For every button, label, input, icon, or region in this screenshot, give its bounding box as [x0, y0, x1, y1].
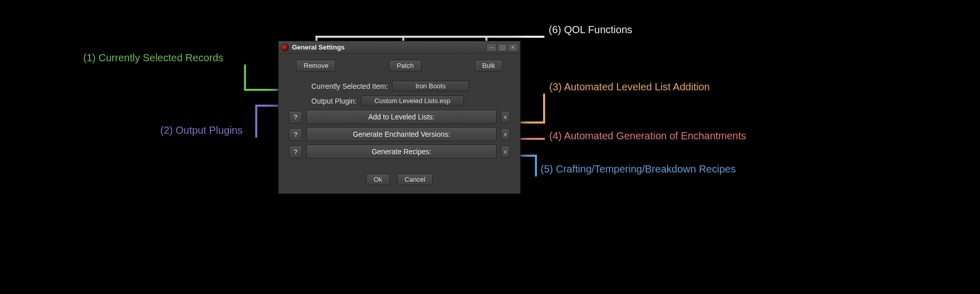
output-plugin-label: Output Plugin:	[311, 97, 357, 105]
help-button-enchanted[interactable]: ?	[289, 128, 302, 141]
recipes-row: ? Generate Recipes: x	[284, 143, 515, 160]
generate-enchanted-button[interactable]: Generate Enchanted Versions:	[306, 127, 497, 141]
add-leveled-lists-button[interactable]: Add to Leveled Lists:	[306, 110, 497, 124]
remove-button[interactable]: Remove	[296, 60, 336, 71]
annotation-6: (6) QOL Functions	[549, 24, 632, 36]
maximize-button[interactable]: ▢	[497, 43, 507, 52]
generate-recipes-button[interactable]: Generate Recipes:	[306, 144, 497, 159]
cancel-button[interactable]: Cancel	[397, 174, 433, 185]
remove-enchanted-button[interactable]: x	[501, 128, 510, 140]
annotation-4: (4) Automated Generation of Enchantments	[549, 130, 746, 142]
remove-leveled-button[interactable]: x	[501, 111, 510, 123]
minimize-button[interactable]: —	[486, 43, 497, 52]
selected-item-row: Currently Selected Item: Iron Boots	[284, 79, 515, 93]
close-button[interactable]: ✕	[508, 43, 518, 52]
output-plugin-row: Output Plugin: Custom Leveled Lists.esp	[284, 93, 515, 108]
leveled-lists-row: ? Add to Leveled Lists: x	[284, 108, 515, 126]
selected-item-value[interactable]: Iron Boots	[392, 81, 469, 91]
annotation-1: (1) Currently Selected Records	[83, 52, 224, 64]
app-icon	[281, 43, 289, 52]
titlebar[interactable]: General Settings — ▢ ✕	[279, 41, 520, 54]
general-settings-dialog: General Settings — ▢ ✕ Remove Patch Bulk…	[278, 41, 521, 194]
annotation-2: (2) Output Plugins	[160, 125, 242, 136]
window-title: General Settings	[292, 43, 486, 51]
bulk-button[interactable]: Bulk	[475, 60, 503, 71]
remove-recipes-button[interactable]: x	[501, 145, 510, 158]
selected-item-label: Currently Selected Item:	[311, 82, 388, 90]
output-plugin-value[interactable]: Custom Leveled Lists.esp	[361, 95, 464, 106]
annotation-3: (3) Automated Leveled List Addition	[549, 81, 710, 93]
help-button-leveled[interactable]: ?	[289, 111, 302, 124]
enchanted-row: ? Generate Enchanted Versions: x	[284, 126, 515, 143]
dialog-body: Remove Patch Bulk Currently Selected Ite…	[279, 54, 520, 193]
patch-button[interactable]: Patch	[389, 60, 421, 71]
ok-button[interactable]: Ok	[366, 174, 390, 185]
help-button-recipes[interactable]: ?	[289, 145, 302, 158]
annotation-5: (5) Crafting/Tempering/Breakdown Recipes	[541, 163, 736, 175]
